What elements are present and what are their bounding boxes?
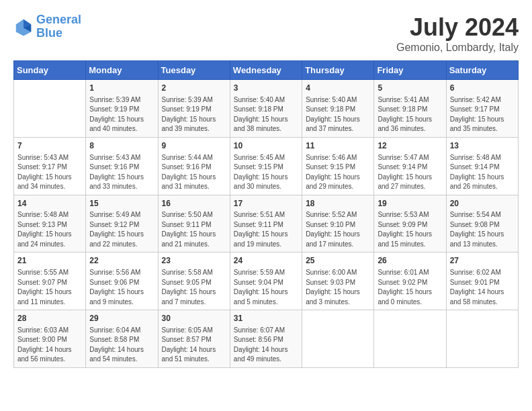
- day-info: Sunrise: 5:51 AM Sunset: 9:11 PM Dayligh…: [234, 210, 298, 249]
- calendar-cell: 1Sunrise: 5:39 AM Sunset: 9:19 PM Daylig…: [86, 80, 158, 138]
- day-info: Sunrise: 6:01 AM Sunset: 9:02 PM Dayligh…: [378, 268, 442, 307]
- week-row-3: 14Sunrise: 5:48 AM Sunset: 9:13 PM Dayli…: [14, 195, 519, 253]
- day-number: 11: [306, 140, 370, 152]
- day-number: 2: [162, 83, 226, 94]
- week-row-4: 21Sunrise: 5:55 AM Sunset: 9:07 PM Dayli…: [14, 253, 519, 310]
- day-number: 27: [450, 255, 515, 267]
- calendar-cell: 23Sunrise: 5:58 AM Sunset: 9:05 PM Dayli…: [158, 253, 230, 310]
- day-info: Sunrise: 5:49 AM Sunset: 9:12 PM Dayligh…: [89, 210, 154, 249]
- day-info: Sunrise: 5:43 AM Sunset: 9:17 PM Dayligh…: [17, 153, 82, 192]
- day-number: 18: [306, 198, 370, 210]
- weekday-header-row: SundayMondayTuesdayWednesdayThursdayFrid…: [14, 61, 519, 80]
- calendar-cell: 13Sunrise: 5:48 AM Sunset: 9:14 PM Dayli…: [446, 137, 518, 195]
- day-info: Sunrise: 5:48 AM Sunset: 9:13 PM Dayligh…: [17, 210, 82, 249]
- week-row-1: 1Sunrise: 5:39 AM Sunset: 9:19 PM Daylig…: [14, 80, 519, 138]
- day-info: Sunrise: 5:55 AM Sunset: 9:07 PM Dayligh…: [17, 268, 82, 307]
- calendar-cell: 8Sunrise: 5:43 AM Sunset: 9:16 PM Daylig…: [86, 137, 158, 195]
- calendar-cell: 20Sunrise: 5:54 AM Sunset: 9:08 PM Dayli…: [446, 195, 518, 253]
- day-number: 31: [234, 313, 298, 324]
- weekday-header-wednesday: Wednesday: [230, 61, 302, 80]
- day-info: Sunrise: 5:43 AM Sunset: 9:16 PM Dayligh…: [89, 153, 154, 192]
- day-number: 19: [378, 198, 442, 210]
- location-title: Gemonio, Lombardy, Italy: [396, 42, 519, 54]
- calendar-cell: 17Sunrise: 5:51 AM Sunset: 9:11 PM Dayli…: [230, 195, 302, 253]
- day-number: 8: [89, 140, 154, 152]
- weekday-header-monday: Monday: [86, 61, 158, 80]
- day-info: Sunrise: 5:47 AM Sunset: 9:14 PM Dayligh…: [378, 153, 442, 192]
- day-number: 30: [162, 313, 226, 324]
- calendar-cell: 4Sunrise: 5:40 AM Sunset: 9:18 PM Daylig…: [302, 80, 374, 138]
- day-number: 1: [89, 83, 154, 94]
- calendar-cell: 19Sunrise: 5:53 AM Sunset: 9:09 PM Dayli…: [374, 195, 446, 253]
- logo-text: General Blue: [36, 13, 81, 40]
- calendar-body: 1Sunrise: 5:39 AM Sunset: 9:19 PM Daylig…: [14, 80, 519, 368]
- logo-icon: [13, 17, 34, 37]
- calendar-cell: 10Sunrise: 5:45 AM Sunset: 9:15 PM Dayli…: [230, 137, 302, 195]
- day-info: Sunrise: 5:39 AM Sunset: 9:19 PM Dayligh…: [162, 95, 226, 134]
- calendar-cell: 30Sunrise: 6:05 AM Sunset: 8:57 PM Dayli…: [158, 310, 230, 368]
- calendar-cell: [446, 310, 518, 368]
- day-number: 15: [89, 198, 154, 210]
- day-number: 17: [234, 198, 298, 210]
- calendar-cell: 27Sunrise: 6:02 AM Sunset: 9:01 PM Dayli…: [446, 253, 518, 310]
- day-info: Sunrise: 5:56 AM Sunset: 9:06 PM Dayligh…: [89, 268, 154, 307]
- day-info: Sunrise: 6:05 AM Sunset: 8:57 PM Dayligh…: [162, 326, 226, 365]
- weekday-header-saturday: Saturday: [446, 61, 518, 80]
- calendar-cell: [374, 310, 446, 368]
- calendar-cell: 28Sunrise: 6:03 AM Sunset: 9:00 PM Dayli…: [14, 310, 86, 368]
- day-info: Sunrise: 5:46 AM Sunset: 9:15 PM Dayligh…: [306, 153, 370, 192]
- weekday-header-friday: Friday: [374, 61, 446, 80]
- day-info: Sunrise: 5:54 AM Sunset: 9:08 PM Dayligh…: [450, 210, 515, 249]
- weekday-header-sunday: Sunday: [14, 61, 86, 80]
- day-number: 21: [17, 255, 82, 267]
- day-info: Sunrise: 5:53 AM Sunset: 9:09 PM Dayligh…: [378, 210, 442, 249]
- day-info: Sunrise: 5:58 AM Sunset: 9:05 PM Dayligh…: [162, 268, 226, 307]
- day-number: 3: [234, 83, 298, 94]
- day-info: Sunrise: 5:59 AM Sunset: 9:04 PM Dayligh…: [234, 268, 298, 307]
- calendar-cell: 21Sunrise: 5:55 AM Sunset: 9:07 PM Dayli…: [14, 253, 86, 310]
- title-area: July 2024 Gemonio, Lombardy, Italy: [396, 13, 519, 54]
- calendar-cell: 6Sunrise: 5:42 AM Sunset: 9:17 PM Daylig…: [446, 80, 518, 138]
- day-number: 25: [306, 255, 370, 267]
- weekday-header-tuesday: Tuesday: [158, 61, 230, 80]
- day-number: 29: [89, 313, 154, 324]
- calendar-cell: 18Sunrise: 5:52 AM Sunset: 9:10 PM Dayli…: [302, 195, 374, 253]
- day-info: Sunrise: 6:07 AM Sunset: 8:56 PM Dayligh…: [234, 326, 298, 365]
- calendar-cell: 15Sunrise: 5:49 AM Sunset: 9:12 PM Dayli…: [86, 195, 158, 253]
- calendar-cell: 2Sunrise: 5:39 AM Sunset: 9:19 PM Daylig…: [158, 80, 230, 138]
- calendar-cell: 31Sunrise: 6:07 AM Sunset: 8:56 PM Dayli…: [230, 310, 302, 368]
- day-number: 13: [450, 140, 515, 152]
- calendar-cell: [302, 310, 374, 368]
- page-header: General Blue July 2024 Gemonio, Lombardy…: [13, 13, 519, 54]
- calendar-cell: 25Sunrise: 6:00 AM Sunset: 9:03 PM Dayli…: [302, 253, 374, 310]
- day-number: 7: [17, 140, 82, 152]
- day-number: 26: [378, 255, 442, 267]
- day-number: 28: [17, 313, 82, 324]
- day-info: Sunrise: 6:04 AM Sunset: 8:58 PM Dayligh…: [89, 326, 154, 365]
- day-info: Sunrise: 5:40 AM Sunset: 9:18 PM Dayligh…: [234, 95, 298, 134]
- day-info: Sunrise: 6:02 AM Sunset: 9:01 PM Dayligh…: [450, 268, 515, 307]
- day-number: 10: [234, 140, 298, 152]
- weekday-header-thursday: Thursday: [302, 61, 374, 80]
- day-info: Sunrise: 5:44 AM Sunset: 9:16 PM Dayligh…: [162, 153, 226, 192]
- day-number: 12: [378, 140, 442, 152]
- calendar-cell: 12Sunrise: 5:47 AM Sunset: 9:14 PM Dayli…: [374, 137, 446, 195]
- day-number: 14: [17, 198, 82, 210]
- week-row-2: 7Sunrise: 5:43 AM Sunset: 9:17 PM Daylig…: [14, 137, 519, 195]
- calendar-cell: 16Sunrise: 5:50 AM Sunset: 9:11 PM Dayli…: [158, 195, 230, 253]
- day-info: Sunrise: 5:41 AM Sunset: 9:18 PM Dayligh…: [378, 95, 442, 134]
- day-info: Sunrise: 5:40 AM Sunset: 9:18 PM Dayligh…: [306, 95, 370, 134]
- day-info: Sunrise: 5:39 AM Sunset: 9:19 PM Dayligh…: [89, 95, 154, 134]
- day-number: 16: [162, 198, 226, 210]
- day-number: 24: [234, 255, 298, 267]
- calendar-cell: 9Sunrise: 5:44 AM Sunset: 9:16 PM Daylig…: [158, 137, 230, 195]
- day-info: Sunrise: 5:42 AM Sunset: 9:17 PM Dayligh…: [450, 95, 515, 134]
- calendar-cell: 14Sunrise: 5:48 AM Sunset: 9:13 PM Dayli…: [14, 195, 86, 253]
- logo-line2: Blue: [36, 26, 62, 40]
- calendar-cell: 7Sunrise: 5:43 AM Sunset: 9:17 PM Daylig…: [14, 137, 86, 195]
- calendar-cell: 22Sunrise: 5:56 AM Sunset: 9:06 PM Dayli…: [86, 253, 158, 310]
- week-row-5: 28Sunrise: 6:03 AM Sunset: 9:00 PM Dayli…: [14, 310, 519, 368]
- logo-line1: General: [36, 13, 81, 26]
- day-number: 9: [162, 140, 226, 152]
- day-number: 4: [306, 83, 370, 94]
